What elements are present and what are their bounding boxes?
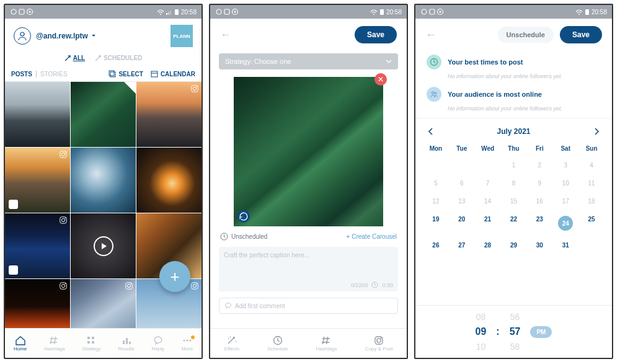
refresh-image-button[interactable] [237, 210, 250, 223]
svg-point-16 [196, 86, 197, 87]
calendar-header: July 2021 [415, 120, 612, 141]
info-subtitle: No information about your online followe… [415, 105, 612, 115]
panel-grid: 20:58 @and.rew.lptw PLANN ALL SCHEDULED … [4, 4, 203, 359]
svg-rect-33 [92, 337, 94, 339]
status-bar: 20:58 [415, 5, 612, 19]
svg-rect-36 [123, 340, 125, 344]
caption-input[interactable]: Craft the perfect caption here... 0/2200… [219, 247, 398, 291]
svg-point-62 [435, 92, 436, 94]
status-bar: 20:58 [210, 5, 407, 19]
post-thumb-video[interactable] [71, 213, 136, 278]
tab-posts[interactable]: POSTS [11, 71, 32, 78]
svg-point-53 [381, 337, 382, 339]
svg-point-42 [216, 9, 221, 14]
tab-stories[interactable]: STORIES [40, 71, 68, 78]
nav-effects[interactable]: Effects [224, 335, 239, 352]
svg-rect-35 [92, 341, 94, 344]
username-dropdown[interactable]: @and.rew.lptw [36, 32, 96, 40]
strategy-dropdown[interactable]: Strategy: Choose one [219, 53, 398, 69]
prev-month-button[interactable] [428, 128, 434, 135]
svg-point-24 [61, 284, 64, 287]
svg-point-19 [64, 152, 66, 153]
post-thumb[interactable] [136, 148, 202, 213]
status-bar: 20:58 [5, 5, 202, 19]
svg-rect-10 [109, 71, 114, 76]
post-thumb[interactable] [136, 82, 202, 147]
info-subtitle: No information about your online followe… [415, 73, 612, 83]
svg-rect-7 [170, 11, 171, 15]
post-thumb[interactable] [71, 82, 136, 147]
clock-icon [220, 233, 228, 241]
post-thumb[interactable] [5, 148, 70, 213]
post-thumb[interactable] [71, 148, 136, 213]
svg-point-15 [193, 87, 196, 90]
next-month-button[interactable] [593, 128, 600, 135]
nav-hashtags[interactable]: Hashtags [44, 335, 65, 352]
svg-rect-34 [87, 341, 90, 344]
checkbox-icon[interactable] [9, 200, 18, 209]
nav-reply[interactable]: Reply [152, 335, 164, 352]
calendar-button[interactable]: CALENDAR [151, 70, 195, 78]
editor-bottom-nav: Effects Schedule Hashtags Copy & Post [210, 328, 407, 358]
unschedule-button[interactable]: Unschedule [498, 27, 554, 43]
avatar-icon[interactable] [14, 27, 31, 45]
add-first-comment-button[interactable]: Add first comment [219, 298, 398, 314]
clock-label: 20:58 [591, 9, 607, 16]
nav-home[interactable]: Home [14, 335, 27, 352]
checkbox-icon[interactable] [9, 265, 18, 275]
save-button[interactable]: Save [355, 26, 397, 43]
svg-rect-43 [224, 9, 229, 14]
add-post-fab[interactable] [159, 261, 190, 292]
ampm-toggle[interactable]: PM [530, 326, 552, 338]
video-duration: 0:30 [382, 282, 393, 288]
post-thumb[interactable] [5, 279, 70, 328]
svg-point-21 [61, 218, 64, 221]
save-button[interactable]: Save [560, 26, 602, 43]
tab-scheduled[interactable]: SCHEDULED [95, 55, 142, 61]
clock-icon [427, 55, 441, 69]
month-label: July 2021 [497, 127, 530, 136]
time-picker[interactable]: 08 09 10 : 56 57 58 PM [415, 305, 612, 358]
svg-rect-37 [126, 338, 128, 344]
svg-point-0 [11, 9, 16, 14]
back-button[interactable]: ← [220, 29, 231, 42]
nav-copy-post[interactable]: Copy & Post [365, 335, 392, 352]
svg-point-61 [432, 92, 434, 94]
post-image[interactable]: ✕ [234, 77, 383, 226]
chevron-down-icon [386, 59, 392, 64]
hour-wheel[interactable]: 08 09 10 [476, 312, 487, 352]
back-button[interactable]: ← [425, 29, 436, 42]
notification-dot-icon [191, 335, 195, 339]
play-icon [71, 213, 136, 278]
audience-row: Your audience is most online [415, 83, 612, 105]
svg-point-25 [64, 283, 66, 285]
calendar-grid[interactable]: MonTueWedThuFriSatSun1234567891011121314… [415, 141, 612, 254]
tab-all[interactable]: ALL [64, 55, 85, 61]
svg-rect-6 [168, 12, 169, 15]
svg-point-27 [127, 284, 130, 287]
svg-point-18 [61, 153, 64, 156]
svg-point-9 [20, 32, 24, 36]
char-counter: 0/2200 [351, 282, 368, 288]
post-thumb[interactable] [5, 82, 70, 147]
bottom-nav: Home Hashtags Strategy Results Reply Mor… [5, 328, 202, 358]
nav-schedule[interactable]: Schedule [267, 335, 288, 352]
svg-point-46 [373, 14, 374, 15]
minute-wheel[interactable]: 56 57 58 [510, 312, 521, 352]
post-thumb[interactable] [5, 213, 70, 278]
remove-image-button[interactable]: ✕ [374, 73, 387, 86]
nav-results[interactable]: Results [118, 335, 135, 352]
nav-strategy[interactable]: Strategy [82, 335, 101, 352]
audience-icon [427, 87, 441, 102]
create-carousel-link[interactable]: + Create Carousel [347, 233, 397, 240]
svg-rect-47 [380, 9, 384, 15]
svg-point-3 [29, 11, 31, 13]
svg-rect-11 [110, 72, 115, 77]
svg-point-45 [234, 11, 236, 13]
nav-hashtags[interactable]: Hashtags [316, 335, 337, 352]
select-button[interactable]: SELECT [108, 70, 143, 78]
post-thumb[interactable] [71, 279, 136, 328]
nav-more[interactable]: More [182, 335, 193, 352]
content-type-bar: POSTS STORIES SELECT CALENDAR [5, 66, 202, 82]
svg-point-57 [440, 11, 441, 13]
